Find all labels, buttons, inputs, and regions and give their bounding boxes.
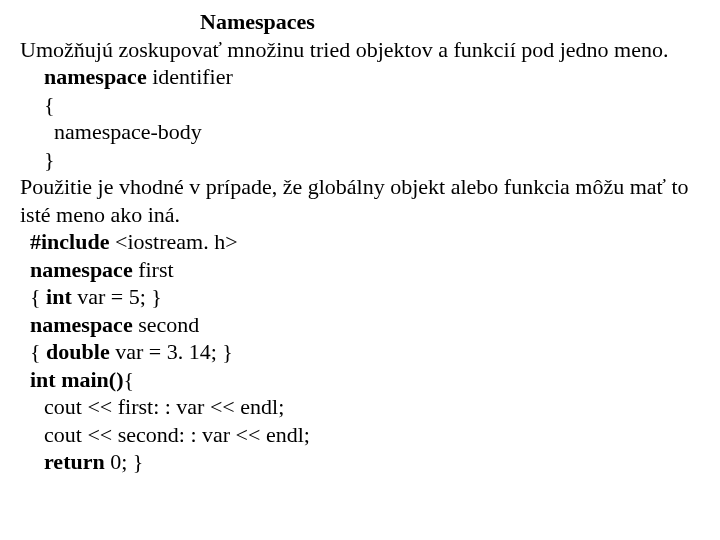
keyword-namespace: namespace — [44, 64, 147, 89]
code-ns1-body: { int var = 5; } — [20, 283, 700, 311]
ns2-body-rest: var = 3. 14; } — [110, 339, 233, 364]
code-line-cout-first: cout << first: : var << endl; — [20, 393, 700, 421]
code-include: #include <iostream. h> — [20, 228, 700, 256]
ns1-body-open: { — [30, 284, 46, 309]
keyword-double: double — [46, 339, 110, 364]
ns2-body-open: { — [30, 339, 46, 364]
keyword-int-main: int main() — [30, 367, 124, 392]
syntax-open-brace: { — [20, 91, 700, 119]
include-arg: <iostream. h> — [109, 229, 237, 254]
return-rest: 0; } — [105, 449, 144, 474]
document-page: Namespaces Umožňujú zoskupovať množinu t… — [0, 0, 720, 476]
keyword-int-1: int — [46, 284, 72, 309]
code-line-cout-second: cout << second: : var << endl; — [20, 421, 700, 449]
ns2-name: second — [133, 312, 200, 337]
text-identifier: identifier — [147, 64, 233, 89]
ns1-name: first — [133, 257, 174, 282]
main-open-brace: { — [124, 367, 135, 392]
code-ns1-decl: namespace first — [20, 256, 700, 284]
code-line-return: return 0; } — [20, 448, 700, 476]
syntax-body: namespace-body — [20, 118, 700, 146]
code-main-sig: int main(){ — [20, 366, 700, 394]
keyword-namespace-1: namespace — [30, 257, 133, 282]
code-ns2-body: { double var = 3. 14; } — [20, 338, 700, 366]
syntax-line-namespace: namespace identifier — [20, 63, 700, 91]
keyword-namespace-2: namespace — [30, 312, 133, 337]
heading-namespaces: Namespaces — [20, 8, 700, 36]
syntax-close-brace: } — [20, 146, 700, 174]
usage-paragraph: Použitie je vhodné v prípade, že globáln… — [20, 173, 700, 228]
ns1-body-rest: var = 5; } — [72, 284, 162, 309]
keyword-return: return — [44, 449, 105, 474]
intro-paragraph: Umožňujú zoskupovať množinu tried objekt… — [20, 36, 700, 64]
code-ns2-decl: namespace second — [20, 311, 700, 339]
keyword-include: #include — [30, 229, 109, 254]
